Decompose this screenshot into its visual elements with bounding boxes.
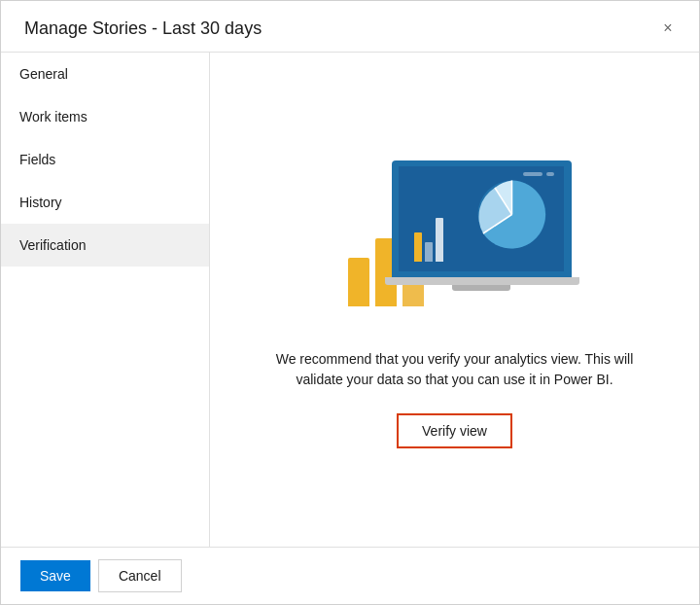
laptop-icon <box>392 160 572 297</box>
dialog-title: Manage Stories - Last 30 days <box>24 18 262 39</box>
inner-bar3 <box>436 218 443 262</box>
inner-bar2 <box>425 242 433 262</box>
analytics-illustration <box>329 151 581 326</box>
laptop-screen-inner <box>399 166 564 271</box>
bar1 <box>348 258 369 306</box>
save-button[interactable]: Save <box>20 560 90 591</box>
screen-controls <box>523 172 554 176</box>
close-button[interactable]: × <box>656 17 680 40</box>
laptop-stand <box>452 285 510 291</box>
inner-bar1 <box>414 232 422 262</box>
sidebar-item-work-items[interactable]: Work items <box>1 95 209 138</box>
verify-view-button[interactable]: Verify view <box>397 413 512 448</box>
laptop-base <box>385 277 579 285</box>
sidebar-item-history[interactable]: History <box>1 181 209 224</box>
sidebar-item-verification[interactable]: Verification <box>1 224 209 267</box>
dialog-footer: Save Cancel <box>1 547 699 604</box>
main-content: We recommend that you verify your analyt… <box>210 53 699 547</box>
cancel-button[interactable]: Cancel <box>98 559 182 592</box>
sidebar: General Work items Fields History Verifi… <box>1 53 210 547</box>
manage-stories-dialog: Manage Stories - Last 30 days × General … <box>0 0 700 605</box>
verification-description: We recommend that you verify your analyt… <box>268 349 641 390</box>
laptop-screen <box>392 160 572 277</box>
sidebar-item-general[interactable]: General <box>1 53 209 95</box>
dialog-body: General Work items Fields History Verifi… <box>1 53 699 547</box>
dialog-header: Manage Stories - Last 30 days × <box>1 1 699 53</box>
sidebar-item-fields[interactable]: Fields <box>1 138 209 181</box>
inner-bar-chart <box>414 218 443 262</box>
pie-chart-icon <box>475 178 548 254</box>
